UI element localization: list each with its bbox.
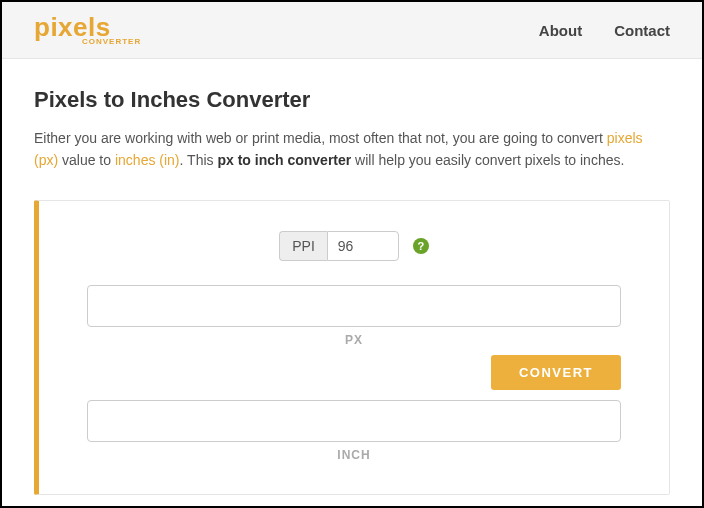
nav-contact[interactable]: Contact	[614, 22, 670, 39]
main-nav: About Contact	[539, 22, 670, 39]
convert-button[interactable]: CONVERT	[491, 355, 621, 390]
ppi-label: PPI	[279, 231, 327, 261]
px-unit-label: PX	[87, 333, 621, 347]
intro-text-3: . This	[180, 152, 218, 168]
help-icon[interactable]: ?	[413, 238, 429, 254]
intro-text-2: value to	[58, 152, 115, 168]
px-input[interactable]	[87, 285, 621, 327]
logo[interactable]: pixels CONVERTER	[34, 14, 141, 46]
intro-text-1: Either you are working with web or print…	[34, 130, 607, 146]
logo-sub-text: CONVERTER	[82, 38, 141, 46]
converter-card: PPI ? PX CONVERT INCH	[34, 200, 670, 495]
convert-row: CONVERT	[87, 355, 621, 390]
inches-link[interactable]: inches (in)	[115, 152, 180, 168]
nav-about[interactable]: About	[539, 22, 582, 39]
intro-text-4: will help you easily convert pixels to i…	[351, 152, 624, 168]
inch-unit-label: INCH	[87, 448, 621, 462]
ppi-input[interactable]	[327, 231, 399, 261]
intro-paragraph: Either you are working with web or print…	[34, 127, 670, 172]
inch-output[interactable]	[87, 400, 621, 442]
content: Pixels to Inches Converter Either you ar…	[2, 59, 702, 495]
intro-bold: px to inch converter	[217, 152, 351, 168]
ppi-row: PPI ?	[87, 231, 621, 261]
page-title: Pixels to Inches Converter	[34, 87, 670, 113]
header: pixels CONVERTER About Contact	[2, 2, 702, 59]
